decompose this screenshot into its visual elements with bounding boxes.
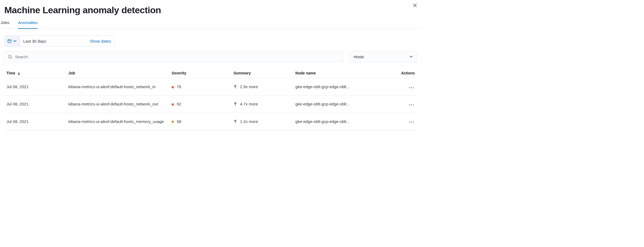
table-row: Jul 08, 2021kibana-metrics-ui-alexf-defa… (4, 113, 417, 130)
cell-time: Jul 08, 2021 (4, 95, 66, 113)
date-range-picker: Last 30 days Show dates (4, 35, 115, 47)
cell-summary: 2.9x more (231, 78, 293, 95)
cell-time: Jul 08, 2021 (4, 78, 66, 95)
summary-value: 2.9x more (240, 84, 258, 89)
scope-dropdown-label: Hosts (354, 54, 364, 59)
row-actions-button[interactable] (408, 86, 415, 89)
column-header-severity[interactable]: Severity (169, 68, 231, 78)
arrow-up-icon (233, 85, 237, 89)
cell-node: gke-edge-oblt-gcp-edge-oblt... (293, 113, 393, 130)
cell-time: Jul 08, 2021 (4, 113, 66, 130)
table-row: Jul 08, 2021kibana-metrics-ui-alexf-defa… (4, 95, 417, 113)
search-icon (8, 54, 12, 59)
severity-value: 76 (177, 84, 181, 89)
severity-dot-icon (172, 121, 174, 123)
tab-anomalies[interactable]: Anomalies (18, 20, 38, 29)
sort-desc-icon (17, 72, 21, 75)
cell-actions (392, 113, 417, 130)
chevron-down-icon (13, 39, 17, 43)
severity-dot-icon (172, 103, 174, 106)
row-actions-button[interactable] (408, 103, 415, 107)
cell-node: gke-edge-oblt-gcp-edge-oblt... (293, 95, 393, 113)
column-header-summary[interactable]: Summary (231, 68, 293, 78)
cell-severity: 92 (169, 95, 231, 113)
column-header-node[interactable]: Node name (293, 68, 393, 78)
cell-job: kibana-metrics-ui-alexf-default-hosts_ne… (66, 78, 169, 95)
svg-line-7 (11, 57, 12, 59)
column-header-time[interactable]: Time (4, 68, 66, 78)
row-actions-button[interactable] (408, 121, 415, 124)
cell-actions (392, 78, 417, 95)
cell-summary: 1.2x more (231, 113, 293, 130)
severity-value: 92 (177, 102, 181, 106)
arrow-up-icon (233, 120, 237, 124)
table-row: Jul 08, 2021kibana-metrics-ui-alexf-defa… (4, 78, 417, 95)
chevron-down-icon (409, 55, 413, 59)
page-title: Machine Learning anomaly detection (4, 5, 417, 15)
svg-point-6 (8, 55, 11, 58)
anomalies-table: Time Job Severity Summary Node name Acti… (4, 68, 417, 130)
cell-actions (392, 95, 417, 113)
summary-value: 1.2x more (240, 119, 258, 124)
close-button[interactable] (413, 3, 417, 8)
close-icon (413, 3, 417, 8)
tabs: Jobs Anomalies (0, 20, 421, 29)
svg-rect-2 (8, 40, 11, 43)
summary-value: 4.7x more (240, 102, 258, 106)
date-range-label[interactable]: Last 30 days (20, 36, 86, 46)
column-header-job[interactable]: Job (66, 68, 169, 78)
column-header-time-label: Time (6, 71, 15, 75)
tab-jobs[interactable]: Jobs (1, 20, 9, 29)
cell-severity: 58 (169, 113, 231, 130)
calendar-icon (7, 39, 12, 43)
show-dates-button[interactable]: Show dates (86, 36, 115, 46)
cell-severity: 76 (169, 78, 231, 95)
search-box (4, 51, 343, 62)
arrow-up-icon (233, 102, 237, 106)
column-header-actions: Actions (392, 68, 417, 78)
search-input[interactable] (15, 54, 340, 59)
cell-job: kibana-metrics-ui-alexf-default-hosts_ne… (66, 95, 169, 113)
cell-job: kibana-metrics-ui-alexf-default-hosts_me… (66, 113, 169, 130)
date-picker-quickselect-button[interactable] (5, 36, 20, 46)
severity-dot-icon (172, 86, 174, 88)
scope-dropdown[interactable]: Hosts (350, 51, 417, 62)
severity-value: 58 (177, 119, 181, 124)
cell-node: gke-edge-oblt-gcp-edge-oblt... (293, 78, 393, 95)
cell-summary: 4.7x more (231, 95, 293, 113)
